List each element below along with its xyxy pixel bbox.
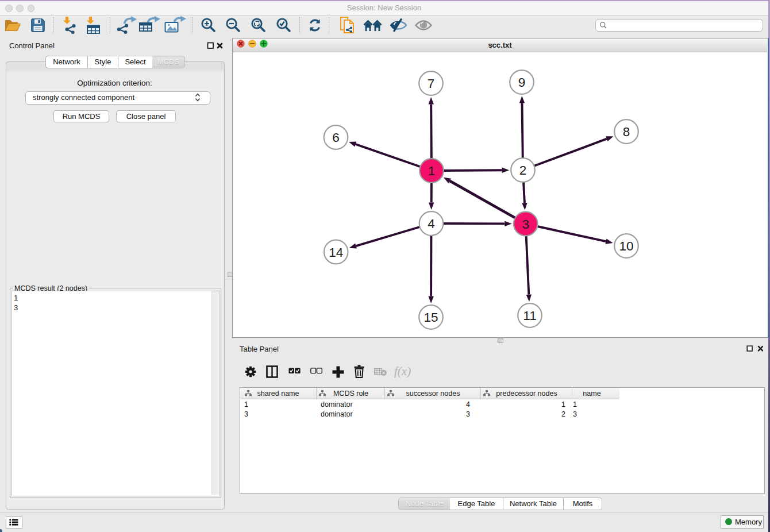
svg-text:10: 10 (619, 239, 633, 253)
svg-text:7: 7 (428, 76, 435, 91)
svg-text:3: 3 (522, 217, 529, 232)
svg-text:11: 11 (523, 309, 536, 323)
svg-text:9: 9 (518, 75, 526, 90)
svg-text:14: 14 (329, 245, 343, 260)
svg-text:8: 8 (623, 125, 630, 139)
svg-text:15: 15 (424, 310, 438, 325)
svg-text:4: 4 (428, 217, 435, 231)
svg-text:2: 2 (519, 163, 527, 178)
svg-text:6: 6 (332, 130, 340, 145)
svg-text:1: 1 (428, 164, 436, 178)
